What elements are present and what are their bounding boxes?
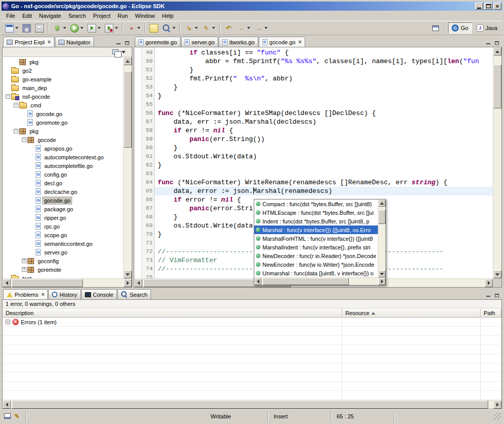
tree-item-test[interactable]: test: [3, 274, 123, 278]
tree-item-gocode-go[interactable]: Ggocode.go: [3, 196, 123, 205]
scroll-up-button[interactable]: [124, 57, 132, 65]
view-tab-history[interactable]: History: [48, 289, 80, 299]
tree-item-autocompletefile-go[interactable]: Gautocompletefile.go: [3, 161, 123, 170]
tree-item-rpc-go[interactable]: Grpc.go: [3, 222, 123, 231]
code-line[interactable]: abbr = fmt.Sprintf("%s %s%s", classes[i]…: [155, 57, 493, 66]
open-task-button[interactable]: [147, 22, 160, 34]
code-line[interactable]: [155, 100, 493, 109]
scroll-left-button[interactable]: [134, 279, 142, 287]
scrollbar-thumb[interactable]: [12, 279, 83, 287]
minimize-editor-button[interactable]: [485, 39, 492, 45]
autocomplete-item[interactable]: Marshal : func(v interface{}) ([]uint8, …: [254, 225, 378, 234]
scrollbar-thumb[interactable]: [12, 401, 488, 409]
menu-help[interactable]: Help: [159, 12, 177, 20]
column-header-path[interactable]: Path: [481, 308, 501, 318]
editor-tab-server-go[interactable]: Gserver.go: [181, 37, 218, 47]
view-menu-button[interactable]: [122, 51, 126, 53]
tree-item-semanticcontext-go[interactable]: Gsemanticcontext.go: [3, 239, 123, 248]
scroll-up-button[interactable]: [493, 47, 501, 55]
minimize-view-button[interactable]: [485, 292, 492, 298]
tree-item-scope-go[interactable]: Gscope.go: [3, 231, 123, 239]
scrollbar-thumb[interactable]: [378, 210, 386, 224]
forward-button[interactable]: →: [252, 22, 270, 34]
expand-icon[interactable]: +: [6, 320, 10, 324]
tree-item-apropos-go[interactable]: Gapropos.go: [3, 144, 123, 153]
code-line[interactable]: }: [155, 144, 493, 152]
scroll-down-button[interactable]: [493, 270, 501, 278]
scroll-down-button[interactable]: [124, 270, 132, 278]
close-tab-icon[interactable]: ×: [298, 39, 302, 45]
code-line[interactable]: if classes[i] == "func" {: [155, 48, 493, 57]
print-button[interactable]: [33, 22, 46, 34]
tree-item-cmd[interactable]: −cmd: [3, 101, 123, 109]
title-bar[interactable]: Go - nsf-gocode/src/pkg/gocode/gocode.go…: [2, 2, 502, 11]
scrollbar-thumb[interactable]: [262, 278, 349, 285]
next-annotation-button[interactable]: ↘: [183, 22, 200, 34]
fast-view-button[interactable]: [3, 412, 12, 420]
scrollbar-thumb[interactable]: [124, 71, 132, 148]
code-line[interactable]: func (*NiceFormatter) WriteRename(rename…: [155, 178, 493, 187]
editor-tab-gocode-go[interactable]: Ggocode.go×: [259, 37, 305, 47]
tree-item-goremote[interactable]: +goremote: [3, 265, 123, 274]
dropdown-arrow-icon[interactable]: [172, 27, 175, 29]
code-line[interactable]: fmt.Printf(" %s\n", abbr): [155, 74, 493, 83]
scroll-left-button[interactable]: [3, 401, 11, 409]
column-header-resource[interactable]: Resource: [342, 308, 481, 318]
problems-horizontal-scrollbar[interactable]: [3, 400, 501, 409]
tree-item-goremote-go[interactable]: Ggoremote.go: [3, 118, 123, 127]
run-last-button[interactable]: [85, 22, 103, 34]
tree-item-pkg[interactable]: pkg: [3, 58, 123, 66]
perspective-go[interactable]: GGo: [448, 22, 472, 34]
menu-search[interactable]: Search: [65, 12, 90, 20]
dropdown-arrow-icon[interactable]: [195, 27, 198, 29]
view-tab-problems[interactable]: Problems×: [3, 289, 48, 299]
code-line[interactable]: }: [155, 161, 493, 169]
scroll-down-button[interactable]: [378, 270, 386, 277]
skip-breakpoints-button[interactable]: »: [125, 22, 142, 34]
run-button[interactable]: [68, 22, 85, 34]
dropdown-arrow-icon[interactable]: [264, 27, 268, 29]
close-tab-icon[interactable]: ×: [47, 39, 51, 45]
scroll-right-button[interactable]: [378, 278, 386, 285]
dropdown-arrow-icon[interactable]: [15, 27, 18, 29]
tree-item-gocode[interactable]: −gocode: [3, 135, 123, 144]
tree-item-go2[interactable]: go2: [3, 66, 123, 75]
autocomplete-item[interactable]: Unmarshal : func(data []uint8, v interfa…: [254, 269, 378, 277]
popup-horizontal-scrollbar[interactable]: [254, 277, 386, 285]
tree-item-declcache-go[interactable]: Gdeclcache.go: [3, 187, 123, 196]
menu-project[interactable]: Project: [90, 12, 114, 20]
tree-item-gocode-go[interactable]: Ggocode.go: [3, 109, 123, 118]
tree-item-config-go[interactable]: Gconfig.go: [3, 170, 123, 179]
collapse-icon[interactable]: −: [22, 137, 26, 142]
tree-item-decl-go[interactable]: Gdecl.go: [3, 179, 123, 187]
search-button[interactable]: [160, 22, 177, 34]
autocomplete-item[interactable]: NewDecoder : func(r io.Reader) *json.Dec…: [254, 251, 378, 260]
code-line[interactable]: data, err := json.Marshal(decldescs): [155, 118, 493, 126]
dropdown-arrow-icon[interactable]: [137, 27, 140, 29]
code-line[interactable]: data, error := json.Marshal(renamedescs): [155, 187, 493, 195]
explorer-tab-navigator[interactable]: Navigator: [55, 37, 94, 47]
dropdown-arrow-icon[interactable]: [80, 27, 83, 29]
explorer-horizontal-scrollbar[interactable]: [3, 278, 132, 287]
tree-item-pkg[interactable]: −pkg: [3, 127, 123, 135]
close-button[interactable]: ×: [493, 3, 501, 10]
maximize-view-button[interactable]: [124, 39, 131, 45]
menu-file[interactable]: File: [3, 12, 19, 20]
tree-item-server-go[interactable]: Gserver.go: [3, 248, 123, 257]
dropdown-arrow-icon[interactable]: [63, 27, 66, 29]
tree-item-ripper-go[interactable]: Gripper.go: [3, 213, 123, 222]
menu-navigate[interactable]: Navigate: [36, 12, 65, 20]
external-tools-button[interactable]: [103, 22, 120, 34]
autocomplete-item[interactable]: Indent : func(dst *bytes.Buffer, src []u…: [254, 217, 378, 225]
collapse-icon[interactable]: −: [6, 94, 10, 99]
column-header-description[interactable]: Description: [3, 308, 342, 318]
dropdown-arrow-icon[interactable]: [212, 27, 215, 29]
view-tab-search[interactable]: Search: [117, 289, 151, 299]
scroll-right-button[interactable]: [493, 401, 501, 409]
autocomplete-item[interactable]: HTMLEscape : func(dst *bytes.Buffer, src…: [254, 208, 378, 217]
tree-item-package-go[interactable]: Gpackage.go: [3, 205, 123, 213]
code-line[interactable]: }: [155, 92, 493, 100]
open-perspective-button[interactable]: [430, 22, 441, 34]
problems-row[interactable]: +×Errors (1 item): [3, 318, 501, 327]
code-line[interactable]: func (*NiceFormatter) WriteSMap(decldesc…: [155, 109, 493, 118]
